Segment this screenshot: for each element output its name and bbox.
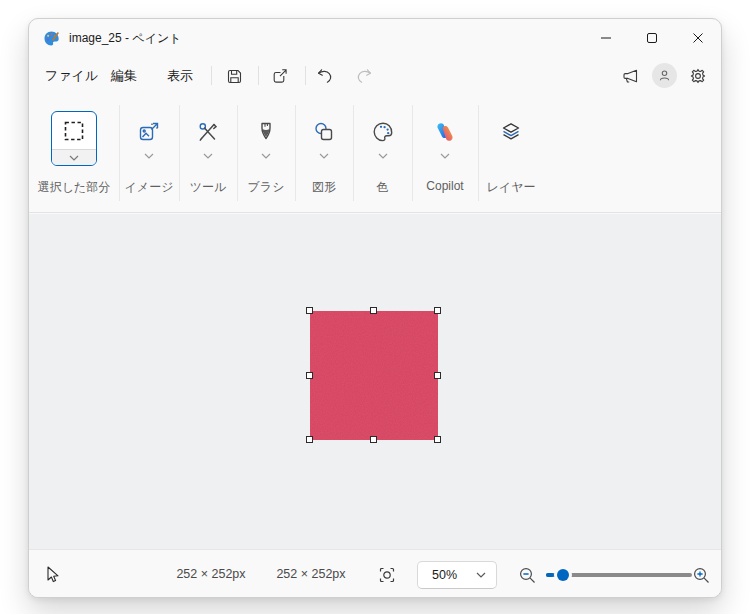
selection-dropdown[interactable] [52,149,96,165]
zoom-in-icon [692,566,711,585]
chevron-down-icon [476,572,486,578]
save-button[interactable] [221,64,247,88]
tool-group-label: 選択した部分 [29,179,119,196]
paint-app-icon [43,30,60,47]
brushes-dropdown[interactable] [237,149,295,163]
minimize-button[interactable] [583,19,629,57]
center-canvas-icon [378,566,396,584]
close-button[interactable] [675,19,721,57]
gear-icon [689,67,707,85]
brush-icon [254,120,278,144]
menu-view[interactable]: 表示 [157,64,203,88]
tool-group-label: 色 [353,179,412,196]
image-size-text: 252 × 252px [261,567,361,581]
status-bar: 252 × 252px 252 × 252px 50% [29,549,721,598]
undo-button[interactable] [312,64,338,88]
pointer-icon [46,566,61,584]
menubar-separator [305,66,306,85]
chevron-down-icon [203,153,213,159]
colors-icon [371,120,395,144]
tool-group-copilot[interactable]: Copilot [412,93,478,213]
chevron-down-icon [69,155,79,161]
tool-group-label: ツール [179,179,237,196]
close-icon [692,32,704,44]
resize-handle-se[interactable] [434,436,441,443]
cursor-position-indicator [41,563,65,587]
zoom-in-button[interactable] [689,563,713,587]
account-button[interactable] [652,63,677,88]
selection-icon [62,119,86,143]
ribbon-toolbar: 選択した部分 イメージ [29,93,721,213]
tools-dropdown[interactable] [179,149,237,163]
layers-icon [499,120,523,144]
chevron-down-icon [261,153,271,159]
tool-group-shapes[interactable]: 図形 [295,93,353,213]
desktop: image_25 - ペイント ファイル 編集 表示 [0,0,750,614]
undo-icon [316,67,334,85]
menu-file[interactable]: ファイル [35,64,108,88]
menu-edit[interactable]: 編集 [101,64,147,88]
canvas-selection[interactable] [310,311,438,440]
shapes-dropdown[interactable] [295,149,353,163]
canvas-workspace[interactable] [29,214,721,549]
zoom-slider-handle[interactable] [554,566,572,584]
tool-group-brushes[interactable]: ブラシ [237,93,295,213]
resize-handle-s[interactable] [370,436,377,443]
shapes-icon [312,120,336,144]
fit-to-window-button[interactable] [375,563,399,587]
account-icon [658,69,671,82]
chevron-down-icon [144,153,154,159]
selection-texture [310,311,438,440]
menubar-separator [258,66,259,85]
image-icon [137,120,161,144]
zoom-out-button[interactable] [515,563,539,587]
tool-group-label: イメージ [119,179,179,196]
colors-dropdown[interactable] [353,149,412,163]
selection-tool-button[interactable] [51,111,97,166]
resize-handle-nw[interactable] [306,307,313,314]
menubar-separator [211,66,212,85]
window-title: image_25 - ペイント [69,30,182,47]
menu-bar: ファイル 編集 表示 [29,57,721,93]
tools-icon [196,120,220,144]
tool-group-selection[interactable]: 選択した部分 [29,93,119,213]
maximize-button[interactable] [629,19,675,57]
copilot-dropdown[interactable] [412,149,478,163]
chevron-down-icon [440,153,450,159]
selected-region[interactable] [310,311,438,440]
zoom-slider[interactable] [546,573,692,577]
tool-group-image[interactable]: イメージ [119,93,179,213]
resize-handle-n[interactable] [370,307,377,314]
tool-group-label: ブラシ [237,179,295,196]
paint-window: image_25 - ペイント ファイル 編集 表示 [28,18,722,598]
zoom-level-dropdown[interactable]: 50% [417,561,497,589]
tool-group-label: Copilot [412,179,478,193]
zoom-slider-fill [546,573,554,577]
chevron-down-icon [378,153,388,159]
settings-button[interactable] [685,64,711,88]
minimize-icon [600,32,612,44]
resize-handle-sw[interactable] [306,436,313,443]
tool-group-label: レイヤー [478,179,544,196]
copilot-icon [433,120,457,144]
save-icon [226,68,243,85]
redo-button[interactable] [351,64,377,88]
resize-handle-e[interactable] [434,372,441,379]
chevron-down-icon [319,153,329,159]
image-dropdown[interactable] [119,149,179,163]
share-button[interactable] [267,64,293,88]
resize-handle-w[interactable] [306,372,313,379]
resize-handle-ne[interactable] [434,307,441,314]
tool-group-label: 図形 [295,179,353,196]
zoom-out-icon [518,566,537,585]
feedback-button[interactable] [617,64,643,88]
megaphone-icon [621,67,640,86]
tool-group-layers[interactable]: レイヤー [478,93,544,213]
selection-size-text: 252 × 252px [161,567,261,581]
tool-group-colors[interactable]: 色 [353,93,412,213]
tool-group-tools[interactable]: ツール [179,93,237,213]
redo-icon [355,67,373,85]
share-icon [271,67,289,85]
zoom-level-value: 50% [432,568,476,582]
title-bar[interactable]: image_25 - ペイント [29,19,721,57]
